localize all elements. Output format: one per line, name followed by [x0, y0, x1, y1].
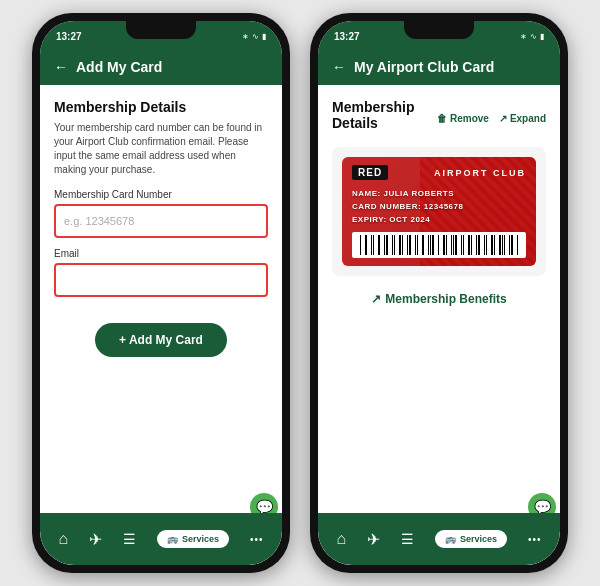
- card-number: CARD NUMBER: 12345678: [352, 201, 526, 214]
- remove-icon: 🗑: [437, 113, 447, 124]
- link-icon: ↗: [371, 292, 381, 306]
- flight-icon-2: ✈: [367, 530, 380, 549]
- card-container: RED AIRPORT CLUB NAME: JULIA ROBERTS CAR…: [332, 147, 546, 276]
- airport-club-card: RED AIRPORT CLUB NAME: JULIA ROBERTS CAR…: [342, 157, 536, 266]
- doc-icon-1: ☰: [123, 531, 136, 547]
- membership-benefits-link[interactable]: ↗ Membership Benefits: [332, 292, 546, 306]
- card-number-label: Membership Card Number: [54, 189, 268, 200]
- section-desc-1: Your membership card number can be found…: [54, 121, 268, 177]
- page-title-2: My Airport Club Card: [354, 59, 494, 75]
- nav-doc-1[interactable]: ☰: [123, 531, 136, 547]
- nav-home-2[interactable]: ⌂: [336, 530, 346, 548]
- nav-services-1[interactable]: 🚌 Services: [157, 530, 229, 548]
- content-1: Membership Details Your membership card …: [40, 85, 282, 513]
- services-icon-1: 🚌: [167, 534, 178, 544]
- email-label: Email: [54, 248, 268, 259]
- status-bar-2: 13:27 ∗ ∿ ▮: [318, 21, 560, 51]
- nav-flight-2[interactable]: ✈: [367, 530, 380, 549]
- battery-icon: ▮: [262, 32, 266, 41]
- nav-doc-2[interactable]: ☰: [401, 531, 414, 547]
- back-button-1[interactable]: ←: [54, 59, 68, 75]
- email-input[interactable]: [54, 263, 268, 297]
- services-icon-2: 🚌: [445, 534, 456, 544]
- nav-more-1[interactable]: •••: [250, 534, 264, 545]
- remove-button[interactable]: 🗑 Remove: [437, 113, 489, 124]
- section-title-2: Membership Details: [332, 99, 437, 131]
- page-title-1: Add My Card: [76, 59, 162, 75]
- card-brand-airport: AIRPORT CLUB: [434, 168, 526, 178]
- services-label-2: Services: [460, 534, 497, 544]
- expand-icon: ↗: [499, 113, 507, 124]
- card-name: NAME: JULIA ROBERTS: [352, 188, 526, 201]
- card-brand-red: RED: [352, 165, 388, 180]
- notch-2: [404, 21, 474, 39]
- status-time-1: 13:27: [56, 31, 82, 42]
- nav-services-2[interactable]: 🚌 Services: [435, 530, 507, 548]
- card-info: NAME: JULIA ROBERTS CARD NUMBER: 1234567…: [352, 188, 526, 226]
- content-2: Membership Details 🗑 Remove ↗ Expand: [318, 85, 560, 513]
- section-title-1: Membership Details: [54, 99, 268, 115]
- bluetooth-icon: ∗: [242, 32, 249, 41]
- barcode-lines: [360, 235, 518, 255]
- notch-1: [126, 21, 196, 39]
- nav-more-2[interactable]: •••: [528, 534, 542, 545]
- card-expiry: EXPIRY: OCT 2024: [352, 214, 526, 227]
- back-button-2[interactable]: ←: [332, 59, 346, 75]
- membership-benefits-label: Membership Benefits: [385, 292, 506, 306]
- phone-add-card: 13:27 ∗ ∿ ▮ ← Add My Card Membership Det…: [32, 13, 290, 573]
- bluetooth-icon-2: ∗: [520, 32, 527, 41]
- doc-icon-2: ☰: [401, 531, 414, 547]
- phone-club-card: 13:27 ∗ ∿ ▮ ← My Airport Club Card Membe…: [310, 13, 568, 573]
- status-icons-1: ∗ ∿ ▮: [242, 32, 266, 41]
- services-label-1: Services: [182, 534, 219, 544]
- battery-icon-2: ▮: [540, 32, 544, 41]
- home-icon-1: ⌂: [58, 530, 68, 548]
- header-2: ← My Airport Club Card: [318, 51, 560, 85]
- flight-icon-1: ✈: [89, 530, 102, 549]
- bottom-nav-2: ⌂ ✈ ☰ 🚌 Services •••: [318, 513, 560, 565]
- wifi-icon-2: ∿: [530, 32, 537, 41]
- barcode: [352, 232, 526, 258]
- header-1: ← Add My Card: [40, 51, 282, 85]
- more-icon-2: •••: [528, 534, 542, 545]
- bottom-nav-1: ⌂ ✈ ☰ 🚌 Services •••: [40, 513, 282, 565]
- wifi-icon: ∿: [252, 32, 259, 41]
- status-time-2: 13:27: [334, 31, 360, 42]
- add-card-button[interactable]: + Add My Card: [95, 323, 227, 357]
- nav-flight-1[interactable]: ✈: [89, 530, 102, 549]
- more-icon-1: •••: [250, 534, 264, 545]
- status-icons-2: ∗ ∿ ▮: [520, 32, 544, 41]
- nav-home-1[interactable]: ⌂: [58, 530, 68, 548]
- status-bar-1: 13:27 ∗ ∿ ▮: [40, 21, 282, 51]
- expand-button[interactable]: ↗ Expand: [499, 113, 546, 124]
- card-number-input[interactable]: [54, 204, 268, 238]
- home-icon-2: ⌂: [336, 530, 346, 548]
